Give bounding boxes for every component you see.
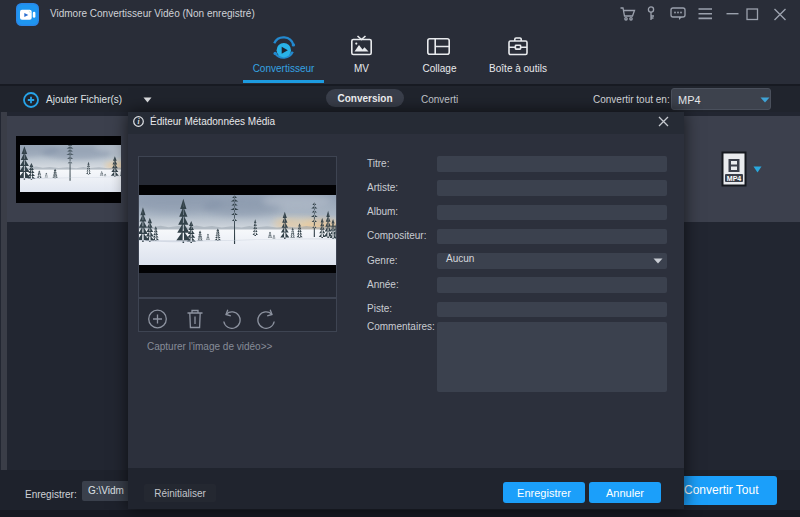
svg-text:i: i [137,117,140,126]
svg-text:MP4: MP4 [727,175,742,182]
